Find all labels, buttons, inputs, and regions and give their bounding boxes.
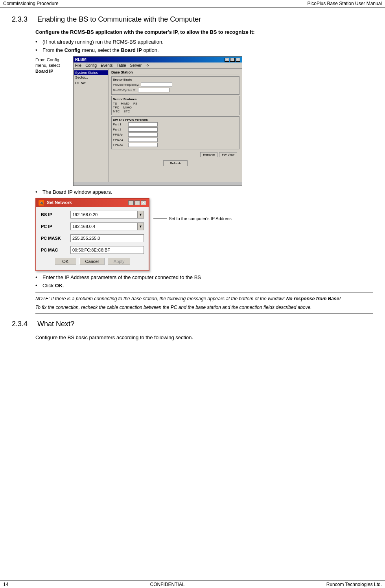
bs-ip-row: BS IP ▼	[41, 211, 144, 219]
sector-basic-row2: Bs-RF-Cycles S:	[113, 88, 238, 92]
bullet-list-3: Enter the IP Address parameters of the c…	[35, 274, 373, 288]
part2-input[interactable]	[128, 127, 158, 132]
bs-ip-input[interactable]	[70, 211, 138, 219]
note-para1: NOTE: If there is a problem connecting t…	[35, 295, 373, 302]
part1-label: Part 1	[113, 123, 127, 126]
set-network-area: 🔌 Set Network ─ □ ✕ BS IP ▼	[35, 198, 373, 271]
page-header: Commissioning Procedure PicoPlus Base St…	[0, 0, 385, 7]
section-234-number: 2.3.4	[12, 320, 28, 328]
sn-maximize-btn[interactable]: □	[134, 200, 140, 205]
ok-button[interactable]: OK	[55, 258, 76, 265]
version-row2: Part 2	[113, 127, 238, 132]
rcms-window-screenshot: RLBM ─ □ ✕ File Config Events Table Serv…	[73, 56, 242, 186]
section-233-intro: Configure the RCMS-BS application with t…	[35, 29, 373, 35]
header-left: Commissioning Procedure	[3, 1, 59, 6]
note-text1: NOTE: If there is a problem connecting t…	[35, 296, 286, 301]
rcms-ut-label: UT No:	[74, 80, 108, 86]
provide-freq-label: Provide frequency:	[113, 83, 139, 86]
menu-events[interactable]: Events	[101, 63, 113, 68]
fpga2-input[interactable]	[128, 143, 158, 147]
pc-mask-input[interactable]	[70, 234, 144, 242]
pc-ip-input[interactable]	[70, 222, 138, 230]
page-footer: 14 CONFIDENTIAL Runcom Technologies Ltd.	[0, 581, 385, 588]
sn-title-left: 🔌 Set Network	[39, 200, 72, 206]
rcms-bottom-btns: Remove FW View	[111, 151, 239, 159]
fw-view-button[interactable]: FW View	[219, 152, 237, 157]
sn-win-controls: ─ □ ✕	[128, 200, 146, 205]
section-234-title: What Next?	[37, 320, 74, 328]
menu-server[interactable]: Server	[130, 63, 142, 68]
menu-table[interactable]: Table	[117, 63, 126, 68]
main-content: 2.3.3 Enabling the BS to Communicate wit…	[0, 7, 385, 357]
bs-rf-label: Bs-RF-Cycles S:	[113, 88, 136, 92]
sn-close-btn[interactable]: ✕	[141, 200, 146, 205]
rcms-minimize-btn[interactable]: ─	[225, 58, 229, 62]
feature-mimo2: MIMO	[123, 106, 132, 109]
section-233-title: Enabling the BS to Communicate with the …	[37, 15, 201, 23]
rcms-win-controls: ─ □ ✕	[225, 58, 240, 62]
section-234-body: Configure the BS basic parameters accord…	[35, 334, 373, 342]
rcms-left-panel: System Status Sector... UT No:	[74, 69, 109, 182]
note-text2: To fix the connection, recheck the cable…	[35, 305, 312, 310]
bullet-4: Enter the IP Address parameters of the c…	[35, 274, 373, 280]
pc-mac-input[interactable]	[70, 246, 144, 254]
section-233-heading: 2.3.3 Enabling the BS to Communicate wit…	[12, 15, 373, 24]
rcms-maximize-btn[interactable]: □	[230, 58, 235, 62]
fpga1-input[interactable]	[128, 138, 158, 142]
version-row4: FPGA1	[113, 138, 238, 142]
footer-confidential: CONFIDENTIAL	[150, 582, 185, 587]
bullet-list-2: The Board IP window appears.	[35, 189, 373, 195]
sector-basic-row1: Provide frequency:	[113, 82, 238, 87]
annotation-board-ip: Board IP	[35, 69, 53, 74]
sector-basic-title: Sector Basic	[113, 78, 238, 81]
bs-rf-input[interactable]	[138, 88, 169, 92]
apply-button[interactable]: Apply	[108, 258, 131, 265]
feature-stc: STC	[123, 110, 130, 113]
bs-ip-dropdown[interactable]: ▼	[138, 211, 144, 219]
feature-mtc: MTC	[113, 110, 120, 113]
bullet-2: From the Config menu, select the Board I…	[35, 47, 373, 53]
sw-fpga-box: SW and FPGA Versions Part 1 Part 2 FPGAn	[111, 116, 239, 149]
header-right: PicoPlus Base Station User Manual	[308, 1, 382, 6]
rcms-right-panel: Base Station Sector Basic Provide freque…	[109, 69, 242, 182]
feature-row2: TPC MIMO	[113, 106, 238, 109]
annotation-from-config: From Config	[35, 57, 59, 62]
rcms-screenshot-area: From Config menu, select Board IP RLBM ─…	[35, 56, 373, 186]
bs-ip-label: BS IP	[41, 212, 70, 217]
sn-buttons: OK Cancel Apply	[41, 258, 144, 267]
rcms-close-btn[interactable]: ✕	[236, 58, 240, 62]
provide-freq-input[interactable]	[141, 82, 172, 87]
pc-ip-label: PC IP	[41, 224, 70, 229]
fpgan-input[interactable]	[128, 132, 158, 137]
footer-company: Runcom Technologies Ltd.	[326, 582, 382, 587]
part2-label: Part 2	[113, 128, 127, 131]
version-row1: Part 1	[113, 122, 238, 127]
menu-arrow[interactable]: ->	[146, 63, 149, 68]
sn-title-text: Set Network	[47, 200, 72, 205]
sector-features-box: Sector Features TS MIMO FS TPC MIMO MTC	[111, 96, 239, 115]
annotation-left: From Config menu, select Board IP	[35, 56, 71, 74]
feature-ts: TS	[113, 102, 117, 105]
menu-file[interactable]: File	[75, 63, 81, 68]
rcms-body: System Status Sector... UT No: Base Stat…	[74, 69, 242, 182]
version-row3: FPGAn	[113, 132, 238, 137]
bullet-list-1: (If not already running) run the RCMS-BS…	[35, 39, 373, 53]
remove-button[interactable]: Remove	[200, 152, 217, 157]
feature-tpc: TPC	[113, 106, 119, 109]
note-box: NOTE: If there is a problem connecting t…	[35, 292, 373, 314]
part1-input[interactable]	[128, 122, 158, 127]
sn-minimize-btn[interactable]: ─	[128, 200, 134, 205]
refresh-button[interactable]: Refresh	[163, 160, 188, 166]
bullet-5: Click OK.	[35, 283, 373, 288]
tree-system-status[interactable]: System Status	[74, 70, 108, 75]
feature-fs: FS	[133, 102, 137, 105]
feature-mimo: MIMO	[121, 102, 129, 105]
sn-title-bar: 🔌 Set Network ─ □ ✕	[36, 199, 149, 207]
tree-sector[interactable]: Sector...	[74, 75, 108, 80]
rcms-window-title: RLBM	[75, 57, 87, 62]
set-network-dialog: 🔌 Set Network ─ □ ✕ BS IP ▼	[35, 198, 149, 271]
menu-config[interactable]: Config	[85, 63, 97, 68]
pc-ip-dropdown[interactable]: ▼	[138, 222, 144, 230]
cancel-button[interactable]: Cancel	[79, 258, 105, 265]
callout-text-content: Set to the computer's IP Address	[169, 216, 232, 221]
